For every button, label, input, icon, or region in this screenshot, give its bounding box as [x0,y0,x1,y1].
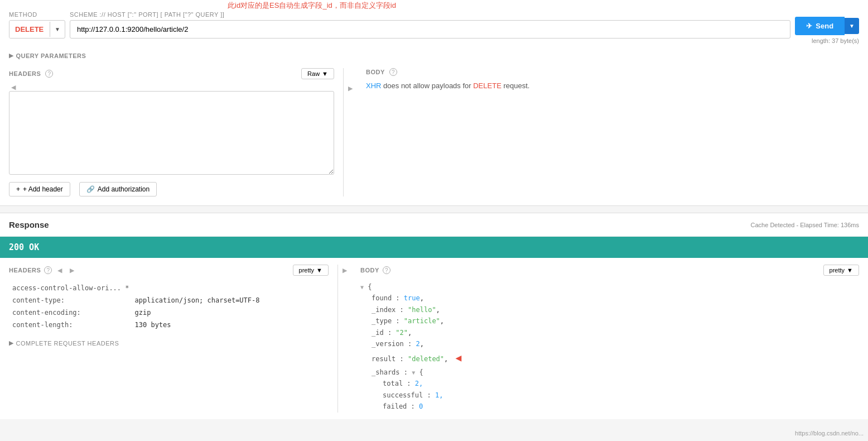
add-authorization-button[interactable]: 🔗 Add authorization [79,182,157,196]
collapse-right-arrows[interactable]: ▶ [346,85,355,92]
header-value: gzip [133,307,327,318]
table-row: content-type: application/json; charset=… [10,295,327,306]
shards-toggle[interactable]: ▼ [412,370,415,376]
resp-headers-pretty[interactable]: pretty ▼ [293,265,329,276]
headers-info-icon[interactable]: ? [45,70,53,78]
status-code: 200 OK [9,242,39,252]
xhr-request: request. [503,82,529,90]
headers-table: access-control-allow-ori... * content-ty… [9,281,329,332]
pretty-arrow: ▼ [316,267,322,274]
resp-body-info[interactable]: ? [383,266,390,274]
header-key: access-control-allow-ori... * [10,282,132,294]
raw-arrow: ▼ [322,70,328,77]
query-params-toggle[interactable]: ▶ QUERY PARAMETERS [9,49,859,63]
header-value: 130 bytes [133,319,327,330]
header-value [133,282,327,294]
header-key: content-encoding: [10,307,132,318]
annotation-block: ↗ 需要删除文档的id； 此id对应的是ES自动生成字段_id，而非自定义字段i… [215,0,396,11]
status-bar: 200 OK [0,237,868,258]
delete-keyword: DELETE [473,82,501,90]
add-auth-label: Add authorization [98,185,150,193]
resp-expand-right[interactable]: ▶ [67,267,76,274]
body-label: BODY [366,69,385,75]
xhr-does-not: does not allow payloads for [383,82,473,90]
scheme-label: SCHEME :// HOST [":" PORT] [ PATH ["?" Q… [70,11,790,18]
header-value: application/json; charset=UTF-8 [133,295,327,306]
json-body: ▼ { found : true, _index : "hello", _typ… [360,281,859,413]
body-expand-toggle[interactable]: ▶ [340,267,349,274]
method-select-group[interactable]: DELETE GET POST PUT PATCH ▼ [9,20,65,39]
add-header-icon: + [16,185,20,193]
length-info: length: 37 byte(s) [812,37,859,44]
url-input[interactable] [70,20,790,39]
lock-icon: 🔗 [86,185,95,193]
add-header-label: + Add header [23,185,63,193]
raw-label: Raw [307,70,320,77]
resp-body-label: BODY [360,267,379,274]
complete-req-label: COMPLETE REQUEST HEADERS [16,340,119,347]
response-title: Response [9,220,49,229]
complete-request-toggle[interactable]: ▶ COMPLETE REQUEST HEADERS [9,339,329,347]
send-label: Send [816,22,833,30]
method-label: METHOD [9,11,65,18]
resp-headers-info[interactable]: ? [44,266,52,274]
xhr-message: XHR does not allow payloads for DELETE r… [366,82,859,90]
method-dropdown-arrow[interactable]: ▼ [50,22,65,37]
method-select[interactable]: DELETE GET POST PUT PATCH [9,21,50,38]
json-root-toggle[interactable]: ▼ [360,284,364,290]
resp-headers-label: HEADERS [9,267,41,274]
header-key: content-type: [10,295,132,306]
xhr-text: XHR [366,82,381,90]
collapse-left-arrows[interactable]: ◀ [9,84,334,91]
table-row: content-encoding: gzip [10,307,327,318]
send-icon: ✈ [806,22,812,30]
body-pretty-label: pretty [830,267,845,274]
result-arrow: ◀ [456,349,462,367]
headers-label: HEADERS [9,70,41,77]
send-button[interactable]: ✈ Send [795,17,845,35]
query-params-label: QUERY PARAMETERS [16,52,86,59]
query-params-arrow: ▶ [9,52,14,59]
complete-req-arrow: ▶ [9,339,14,347]
headers-textarea[interactable] [9,91,334,175]
header-key: content-length: [10,319,132,330]
elapsed-time: Cache Detected - Elapsed Time: 136ms [751,222,859,228]
table-row: content-length: 130 bytes [10,319,327,330]
send-dropdown-button[interactable]: ▼ [845,18,859,34]
pretty-label: pretty [299,267,315,274]
annotation-line2: 此id对应的是ES自动生成字段_id，而非自定义字段id [228,0,396,11]
resp-body-pretty[interactable]: pretty ▼ [823,265,859,276]
response-header-bar: Response Cache Detected - Elapsed Time: … [0,213,868,237]
resp-collapse-left[interactable]: ◀ [55,267,64,274]
body-info-icon[interactable]: ? [389,68,397,76]
table-row: access-control-allow-ori... * [10,282,327,294]
add-header-button[interactable]: + + Add header [9,182,70,196]
body-pretty-arrow: ▼ [847,267,853,274]
raw-button[interactable]: Raw ▼ [301,68,334,79]
